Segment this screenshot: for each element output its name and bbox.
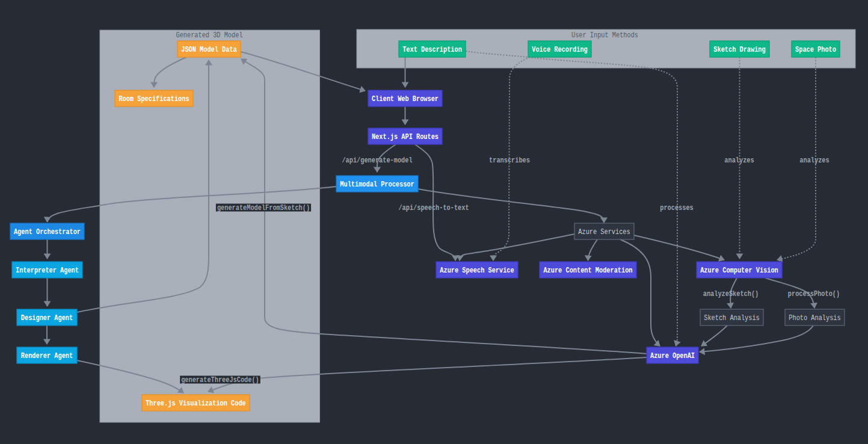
svg-text:Photo Analysis: Photo Analysis <box>789 314 840 322</box>
svg-text:Azure Speech Service: Azure Speech Service <box>440 267 514 275</box>
svg-text:Renderer Agent: Renderer Agent <box>21 352 73 360</box>
svg-text:Generated 3D Model: Generated 3D Model <box>176 31 243 40</box>
svg-text:Sketch Analysis: Sketch Analysis <box>704 314 760 322</box>
svg-text:analyzes: analyzes <box>799 156 829 165</box>
svg-text:analyzeSketch(): analyzeSketch() <box>703 290 759 298</box>
svg-text:Sketch Drawing: Sketch Drawing <box>713 46 765 54</box>
svg-text:Designer Agent: Designer Agent <box>21 314 73 322</box>
svg-text:Voice Recording: Voice Recording <box>532 46 588 54</box>
svg-text:Multimodal Processor: Multimodal Processor <box>340 180 414 189</box>
svg-text:analyzes: analyzes <box>724 156 754 165</box>
svg-text:Azure Content Moderation: Azure Content Moderation <box>543 267 632 275</box>
svg-text:Azure Computer Vision: Azure Computer Vision <box>700 267 778 275</box>
svg-text:/api/generate-model: /api/generate-model <box>342 156 412 165</box>
svg-text:Azure OpenAI: Azure OpenAI <box>650 352 695 360</box>
svg-text:transcribes: transcribes <box>489 156 530 165</box>
svg-text:processPhoto(): processPhoto() <box>788 290 840 298</box>
svg-text:Client Web Browser: Client Web Browser <box>372 95 439 103</box>
svg-text:JSON Model Data: JSON Model Data <box>181 46 237 54</box>
svg-text:Next.js API Routes: Next.js API Routes <box>372 133 439 141</box>
svg-text:User Input Methods: User Input Methods <box>571 31 638 40</box>
svg-text:/api/speech-to-text: /api/speech-to-text <box>398 204 469 212</box>
svg-text:Text Description: Text Description <box>402 46 462 54</box>
svg-text:processes: processes <box>660 204 694 212</box>
svg-text:Agent Orchestrator: Agent Orchestrator <box>14 228 81 236</box>
svg-text:generateModelFromSketch(): generateModelFromSketch() <box>217 204 310 212</box>
svg-text:Azure Services: Azure Services <box>578 228 630 236</box>
svg-text:Interpreter Agent: Interpreter Agent <box>16 267 79 275</box>
svg-text:generateThreeJsCode(): generateThreeJsCode() <box>181 376 259 384</box>
svg-text:Three.js Visualization Code: Three.js Visualization Code <box>146 399 246 408</box>
svg-text:Space Photo: Space Photo <box>795 46 836 54</box>
svg-text:Room Specifications: Room Specifications <box>119 95 189 103</box>
